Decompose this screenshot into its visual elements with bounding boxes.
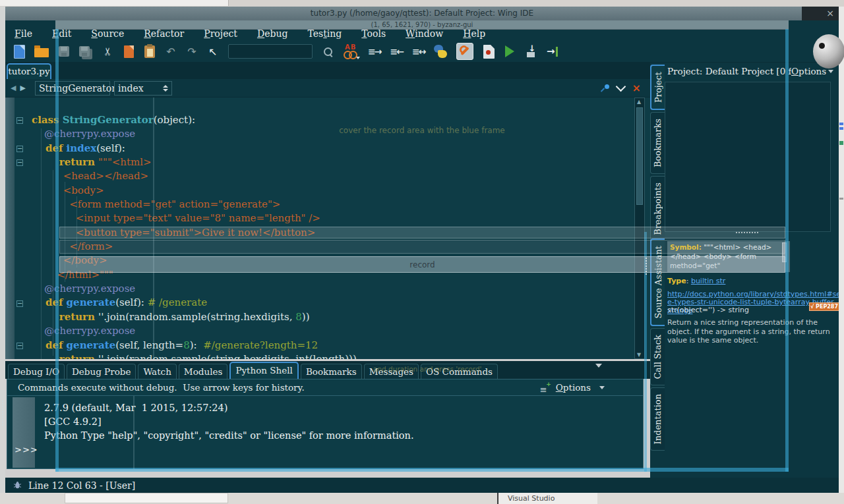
side-tab-source-assistant[interactable]: Source Assistant xyxy=(650,238,665,326)
editor-tab-tutor3[interactable]: tutor3.py xyxy=(7,63,51,79)
shell-output-line: Python Type "help", "copyright", "credit… xyxy=(44,429,414,443)
project-options-button[interactable]: Options xyxy=(791,66,826,76)
signature-text: str(object='') -> string xyxy=(667,306,749,314)
menu-refactor[interactable]: Refactor xyxy=(144,26,184,41)
shell-prompt-gutter xyxy=(13,397,35,468)
fold-marker-icon[interactable]: − xyxy=(16,300,23,307)
menu-edit[interactable]: Edit xyxy=(52,26,71,41)
member-dropdown[interactable]: index xyxy=(114,81,172,96)
step-into-button[interactable]: → xyxy=(546,43,558,60)
code-lines: class StringGenerator(object): @cherrypy… xyxy=(32,113,357,359)
fold-marker-icon[interactable]: − xyxy=(16,117,23,124)
desktop-orb-widget[interactable] xyxy=(813,34,844,69)
search-button[interactable] xyxy=(322,43,334,60)
window-titlebar[interactable]: tutor3.py (/home/gaoy/qttest): Default P… xyxy=(5,7,839,20)
spinner-icon xyxy=(163,85,168,92)
fold-marker-icon[interactable]: − xyxy=(16,159,23,166)
window-close-button[interactable]: × xyxy=(822,7,839,20)
shell-output-line: [GCC 4.9.2] xyxy=(44,415,414,429)
case-toggle-icon: AB xyxy=(343,43,359,59)
project-panel-title: Project: Default Project [0 fi xyxy=(667,66,791,78)
tab-modules[interactable]: Modules xyxy=(179,364,228,379)
code-line: class StringGenerator(object): xyxy=(32,113,357,127)
tab-python-shell[interactable]: Python Shell xyxy=(229,362,299,379)
indent-right-button[interactable]: ≡→ xyxy=(368,43,380,60)
side-tabs-bottom: Source AssistantCall StackIndentation xyxy=(650,238,665,451)
editor-body[interactable]: class StringGenerator(object): @cherrypy… xyxy=(5,98,650,359)
save-button[interactable] xyxy=(58,43,70,60)
shell-output-line: 2.7.9 (default, Mar 1 2015, 12:57:24) xyxy=(44,401,414,415)
cut-button[interactable]: ✂ xyxy=(99,45,116,57)
desktop-left-edge xyxy=(0,7,5,504)
scroll-up-icon[interactable]: ▲ xyxy=(637,99,641,105)
shell-output: 2.7.9 (default, Mar 1 2015, 12:57:24)[GC… xyxy=(44,401,414,443)
chevron-down-icon[interactable] xyxy=(615,82,626,92)
tab-bookmarks[interactable]: Bookmarks xyxy=(301,364,362,379)
case-toggle-button[interactable]: AB xyxy=(343,43,359,60)
copy-button[interactable] xyxy=(123,43,135,60)
side-tab-project[interactable]: Project xyxy=(650,65,665,110)
tab-watch[interactable]: Watch xyxy=(138,364,176,379)
run-button[interactable] xyxy=(504,43,516,60)
redo-button[interactable]: ↷ xyxy=(186,43,198,60)
update-file-button[interactable]: ↓ xyxy=(525,43,537,60)
code-line: def index(self): xyxy=(32,142,357,155)
code-line: <head></head> xyxy=(32,169,357,183)
splitter-pin-icon[interactable] xyxy=(601,84,609,92)
class-dropdown[interactable]: StringGenerator xyxy=(35,81,110,96)
new-file-icon xyxy=(14,45,25,59)
undo-button[interactable]: ↶ xyxy=(165,43,177,60)
shell-options-button[interactable]: Options xyxy=(556,382,591,393)
side-tab-indentation[interactable]: Indentation xyxy=(650,387,665,451)
menu-debug[interactable]: Debug xyxy=(257,26,288,41)
toolbar-search-input[interactable] xyxy=(228,44,313,59)
statusbar-text: Line 12 Col 63 - [User] xyxy=(28,480,135,491)
menu-testing[interactable]: Testing xyxy=(307,26,342,41)
save-all-button[interactable] xyxy=(79,43,92,60)
configure-button[interactable] xyxy=(456,43,473,60)
toolbar: ✂ ↶ ↷ ↖ AB ≡→ ≡← ≡↔ ↓ → xyxy=(5,41,839,63)
menu-file[interactable]: File xyxy=(15,26,32,41)
menu-source[interactable]: Source xyxy=(91,26,124,41)
statusbar: Line 12 Col 63 - [User] xyxy=(5,478,839,493)
type-link[interactable]: builtin str xyxy=(691,277,725,285)
menu-window[interactable]: Window xyxy=(406,26,443,41)
nav-back-icon[interactable]: ◀ xyxy=(11,84,16,92)
code-line: def generate(self, length=8): #/generate… xyxy=(32,339,357,352)
debug-file-button[interactable] xyxy=(483,43,495,60)
tab-debug-probe[interactable]: Debug Probe xyxy=(67,364,136,379)
tab-messages[interactable]: Messages xyxy=(364,364,419,379)
panel-collapse-icon[interactable] xyxy=(595,364,602,368)
shell-prompt: >>> xyxy=(15,445,38,455)
python-shell[interactable]: >>> 2.7.9 (default, Mar 1 2015, 12:57:24… xyxy=(7,396,644,469)
new-file-button[interactable] xyxy=(13,43,25,60)
scroll-down-icon[interactable]: ▼ xyxy=(637,352,641,358)
open-file-button[interactable] xyxy=(34,43,49,60)
side-tab-bookmarks[interactable]: Bookmarks xyxy=(650,112,665,174)
select-pointer-button[interactable]: ↖ xyxy=(207,43,219,60)
bug-icon[interactable] xyxy=(13,481,22,490)
scrollbar-thumb[interactable] xyxy=(636,107,643,205)
side-tab-call-stack[interactable]: Call Stack xyxy=(650,328,665,385)
project-file-tree[interactable] xyxy=(665,82,831,232)
editor-close-icon[interactable]: × xyxy=(632,84,641,93)
menu-help[interactable]: Help xyxy=(463,26,485,41)
editor-vertical-scrollbar[interactable]: ▲ ▼ xyxy=(634,98,645,359)
paste-button[interactable] xyxy=(144,43,156,60)
nav-forward-icon[interactable]: ▶ xyxy=(20,84,25,92)
indent-left-button[interactable]: ≡← xyxy=(390,43,402,60)
panel-splitter-handle[interactable] xyxy=(736,232,758,233)
fold-marker-icon[interactable]: − xyxy=(16,146,23,152)
tab-debug-i-o[interactable]: Debug I/O xyxy=(8,364,65,379)
new-prompt-icon[interactable]: ≡+ xyxy=(540,383,549,392)
menu-tools[interactable]: Tools xyxy=(361,26,386,41)
tab-os-commands[interactable]: OS Commands xyxy=(421,364,498,379)
python-environment-button[interactable] xyxy=(434,43,447,60)
menu-project[interactable]: Project xyxy=(204,26,237,41)
taskbar-item[interactable] xyxy=(65,493,228,503)
symbol-scrollbar[interactable] xyxy=(782,242,787,262)
options-dropdown-icon xyxy=(599,386,605,389)
fold-marker-icon[interactable]: − xyxy=(16,343,23,349)
side-tab-breakpoints[interactable]: Breakpoints xyxy=(650,176,665,242)
indent-switch-button[interactable]: ≡↔ xyxy=(412,43,425,60)
